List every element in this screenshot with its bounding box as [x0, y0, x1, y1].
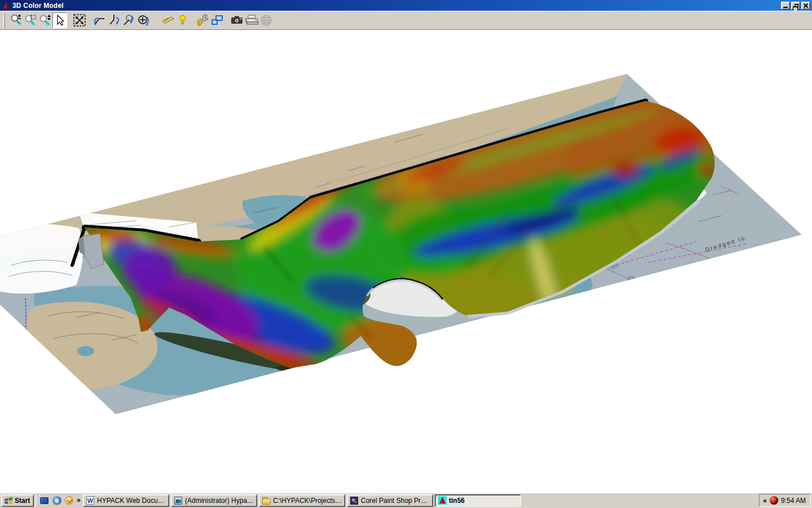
toolbar-button-select-pointer[interactable]: [52, 12, 67, 28]
restore-button[interactable]: [791, 2, 800, 10]
rotate-y-icon: [107, 13, 121, 28]
printer-icon: [244, 13, 259, 28]
3d-model-viewport[interactable]: Dredged to: [0, 30, 812, 493]
title-bar[interactable]: 3D Color Model: [0, 0, 812, 11]
start-button[interactable]: Start: [1, 494, 34, 507]
tray-collapse-chevron[interactable]: «: [763, 497, 767, 505]
tools-icon: [195, 13, 210, 28]
toolbar-button-color-bands[interactable]: [161, 12, 175, 28]
zoom-window-icon: [24, 14, 37, 27]
taskbar-separator: [36, 495, 36, 506]
minimize-button[interactable]: [781, 2, 790, 10]
folder-icon: [262, 496, 271, 505]
toolbar-button-fit-to-view[interactable]: [72, 12, 87, 28]
taskbar: Start e » W HYPACK Web Document... (Admi…: [0, 493, 812, 508]
toolbar-button-zoom-window[interactable]: [23, 12, 38, 28]
pointer-icon: [53, 14, 67, 27]
globe-icon: [259, 13, 273, 28]
toolbar-gripper[interactable]: [3, 13, 5, 28]
windows-logo-icon: [4, 497, 13, 505]
show-desktop-icon[interactable]: [39, 496, 49, 505]
restore-icon: [795, 4, 798, 8]
toolbar-button-options[interactable]: [195, 12, 210, 28]
app-window: 3D Color Model: [0, 0, 812, 493]
toolbar-button-snapshot[interactable]: [230, 12, 244, 28]
system-tray: « 9:54 AM: [759, 494, 811, 507]
tray-app-icon[interactable]: [770, 496, 778, 505]
toolbar-button-rotate-y[interactable]: [107, 12, 121, 28]
task-button-tin56[interactable]: tin56: [435, 494, 521, 507]
camera-icon: [230, 13, 244, 28]
paintshop-icon: [350, 496, 359, 505]
window-title: 3D Color Model: [12, 2, 64, 10]
toolbar: [0, 11, 812, 30]
tray-clock[interactable]: 9:54 AM: [781, 497, 806, 505]
close-button[interactable]: [801, 2, 810, 10]
app-pyramid-icon: [2, 2, 10, 10]
task-button-hypack-shell[interactable]: (Administrator) Hypack - ...: [171, 494, 257, 507]
task-button-hypack-web-document[interactable]: W HYPACK Web Document...: [83, 494, 169, 507]
toolbar-button-print[interactable]: [244, 12, 259, 28]
zoom-icon: [9, 14, 23, 27]
toolbar-button-rotate-z[interactable]: [121, 12, 136, 28]
toolbar-button-rotate-spin[interactable]: [136, 12, 151, 28]
tile-windows-icon: [210, 13, 224, 28]
color-band-icon: [161, 13, 175, 28]
minimize-icon: [783, 7, 788, 8]
quick-launch-overflow-chevron[interactable]: »: [76, 496, 83, 505]
lightbulb-icon: [175, 13, 190, 28]
internet-explorer-icon[interactable]: e: [52, 496, 61, 505]
task-button-projects-folder[interactable]: C:\HYPACK\Projects\Del...: [259, 494, 345, 507]
toolbar-button-rotate-x[interactable]: [92, 12, 107, 28]
start-label: Start: [15, 497, 30, 505]
toolbar-button-zoom-vertical-scale[interactable]: [38, 12, 52, 28]
quick-launch-bar: e: [38, 496, 76, 505]
rotate-x-icon: [92, 13, 107, 28]
3d-scene: Dredged to: [0, 30, 812, 493]
fit-extents-icon: [72, 13, 87, 28]
rotate-z-icon: [121, 13, 136, 28]
toolbar-button-tile-windows[interactable]: [210, 12, 224, 28]
rotate-spin-icon: [136, 13, 151, 28]
hypack-shell-icon: [174, 496, 183, 505]
live-update-icon[interactable]: [64, 496, 74, 505]
zoom-vertical-scale-icon: [38, 14, 52, 27]
toolbar-button-lighting[interactable]: [175, 12, 190, 28]
toolbar-button-web-globe[interactable]: [259, 12, 273, 28]
word-document-icon: W: [86, 496, 95, 505]
close-icon: [804, 3, 808, 8]
toolbar-button-zoom[interactable]: [8, 12, 23, 28]
task-button-paint-shop-pro[interactable]: Corel Paint Shop Pro Phot...: [347, 494, 433, 507]
tin-model-icon: [438, 496, 447, 505]
